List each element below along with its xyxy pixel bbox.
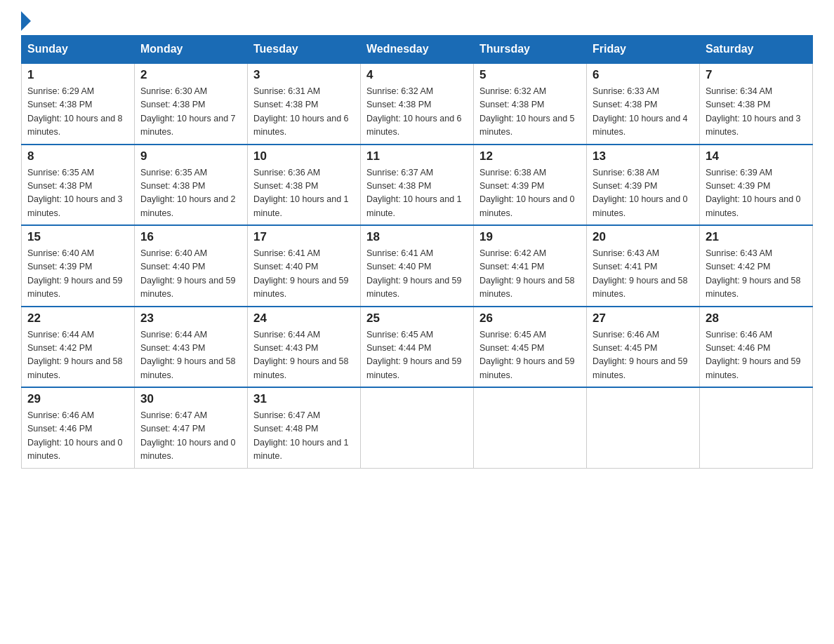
calendar-cell: 10Sunrise: 6:36 AMSunset: 4:38 PMDayligh… xyxy=(248,145,361,226)
calendar-cell: 2Sunrise: 6:30 AMSunset: 4:38 PMDaylight… xyxy=(135,63,248,145)
day-info: Sunrise: 6:39 AMSunset: 4:39 PMDaylight:… xyxy=(706,166,807,221)
day-info: Sunrise: 6:40 AMSunset: 4:40 PMDaylight:… xyxy=(140,247,241,302)
calendar-cell: 9Sunrise: 6:35 AMSunset: 4:38 PMDaylight… xyxy=(135,145,248,226)
weekday-header-friday: Friday xyxy=(587,36,700,64)
day-info: Sunrise: 6:40 AMSunset: 4:39 PMDaylight:… xyxy=(27,247,128,302)
day-info: Sunrise: 6:38 AMSunset: 4:39 PMDaylight:… xyxy=(593,166,694,221)
calendar-cell xyxy=(700,387,813,468)
day-number: 13 xyxy=(593,149,694,163)
calendar-cell: 18Sunrise: 6:41 AMSunset: 4:40 PMDayligh… xyxy=(361,225,474,307)
calendar-cell: 22Sunrise: 6:44 AMSunset: 4:42 PMDayligh… xyxy=(22,307,135,388)
calendar-cell: 13Sunrise: 6:38 AMSunset: 4:39 PMDayligh… xyxy=(587,145,700,226)
day-number: 16 xyxy=(140,230,241,244)
calendar-cell: 19Sunrise: 6:42 AMSunset: 4:41 PMDayligh… xyxy=(474,225,587,307)
day-info: Sunrise: 6:47 AMSunset: 4:48 PMDaylight:… xyxy=(253,409,355,464)
day-number: 20 xyxy=(593,230,694,244)
day-info: Sunrise: 6:38 AMSunset: 4:39 PMDaylight:… xyxy=(479,166,581,221)
day-number: 15 xyxy=(27,230,128,244)
day-number: 5 xyxy=(479,68,581,82)
calendar-week-row: 22Sunrise: 6:44 AMSunset: 4:42 PMDayligh… xyxy=(22,307,813,388)
logo-triangle-icon xyxy=(21,11,31,31)
calendar-cell: 7Sunrise: 6:34 AMSunset: 4:38 PMDaylight… xyxy=(700,63,813,145)
calendar-cell: 30Sunrise: 6:47 AMSunset: 4:47 PMDayligh… xyxy=(135,387,248,468)
day-number: 28 xyxy=(706,311,807,326)
day-info: Sunrise: 6:45 AMSunset: 4:44 PMDaylight:… xyxy=(366,328,468,383)
logo xyxy=(21,14,31,28)
calendar-cell: 5Sunrise: 6:32 AMSunset: 4:38 PMDaylight… xyxy=(474,63,587,145)
calendar-cell: 15Sunrise: 6:40 AMSunset: 4:39 PMDayligh… xyxy=(22,225,135,307)
calendar-cell xyxy=(361,387,474,468)
day-number: 19 xyxy=(479,230,581,244)
day-number: 31 xyxy=(253,392,355,406)
calendar-cell: 3Sunrise: 6:31 AMSunset: 4:38 PMDaylight… xyxy=(248,63,361,145)
day-number: 22 xyxy=(27,311,128,326)
calendar-cell: 14Sunrise: 6:39 AMSunset: 4:39 PMDayligh… xyxy=(700,145,813,226)
calendar-cell: 31Sunrise: 6:47 AMSunset: 4:48 PMDayligh… xyxy=(248,387,361,468)
calendar-week-row: 1Sunrise: 6:29 AMSunset: 4:38 PMDaylight… xyxy=(22,63,813,145)
calendar-week-row: 8Sunrise: 6:35 AMSunset: 4:38 PMDaylight… xyxy=(22,145,813,226)
day-info: Sunrise: 6:33 AMSunset: 4:38 PMDaylight:… xyxy=(593,85,694,140)
calendar-cell: 29Sunrise: 6:46 AMSunset: 4:46 PMDayligh… xyxy=(22,387,135,468)
calendar-cell: 20Sunrise: 6:43 AMSunset: 4:41 PMDayligh… xyxy=(587,225,700,307)
calendar-cell xyxy=(587,387,700,468)
calendar-cell: 11Sunrise: 6:37 AMSunset: 4:38 PMDayligh… xyxy=(361,145,474,226)
day-number: 26 xyxy=(479,311,581,326)
day-number: 23 xyxy=(140,311,241,326)
day-info: Sunrise: 6:37 AMSunset: 4:38 PMDaylight:… xyxy=(366,166,468,221)
day-number: 2 xyxy=(140,68,241,82)
page-header xyxy=(21,14,813,28)
day-number: 21 xyxy=(706,230,807,244)
weekday-header-row: SundayMondayTuesdayWednesdayThursdayFrid… xyxy=(22,36,813,64)
day-number: 14 xyxy=(706,149,807,163)
calendar-cell: 16Sunrise: 6:40 AMSunset: 4:40 PMDayligh… xyxy=(135,225,248,307)
calendar-cell: 8Sunrise: 6:35 AMSunset: 4:38 PMDaylight… xyxy=(22,145,135,226)
weekday-header-monday: Monday xyxy=(135,36,248,64)
day-info: Sunrise: 6:44 AMSunset: 4:43 PMDaylight:… xyxy=(140,328,241,383)
day-info: Sunrise: 6:46 AMSunset: 4:45 PMDaylight:… xyxy=(593,328,694,383)
day-number: 6 xyxy=(593,68,694,82)
calendar-cell: 24Sunrise: 6:44 AMSunset: 4:43 PMDayligh… xyxy=(248,307,361,388)
day-info: Sunrise: 6:32 AMSunset: 4:38 PMDaylight:… xyxy=(366,85,468,140)
day-number: 27 xyxy=(593,311,694,326)
day-number: 25 xyxy=(366,311,468,326)
day-number: 29 xyxy=(27,392,128,406)
weekday-header-thursday: Thursday xyxy=(474,36,587,64)
day-number: 10 xyxy=(253,149,355,163)
day-info: Sunrise: 6:45 AMSunset: 4:45 PMDaylight:… xyxy=(479,328,581,383)
calendar-cell: 1Sunrise: 6:29 AMSunset: 4:38 PMDaylight… xyxy=(22,63,135,145)
calendar-cell: 6Sunrise: 6:33 AMSunset: 4:38 PMDaylight… xyxy=(587,63,700,145)
day-info: Sunrise: 6:34 AMSunset: 4:38 PMDaylight:… xyxy=(706,85,807,140)
calendar-cell: 17Sunrise: 6:41 AMSunset: 4:40 PMDayligh… xyxy=(248,225,361,307)
day-info: Sunrise: 6:44 AMSunset: 4:43 PMDaylight:… xyxy=(253,328,355,383)
weekday-header-tuesday: Tuesday xyxy=(248,36,361,64)
day-info: Sunrise: 6:41 AMSunset: 4:40 PMDaylight:… xyxy=(366,247,468,302)
weekday-header-wednesday: Wednesday xyxy=(361,36,474,64)
day-info: Sunrise: 6:31 AMSunset: 4:38 PMDaylight:… xyxy=(253,85,355,140)
calendar-cell xyxy=(474,387,587,468)
day-info: Sunrise: 6:29 AMSunset: 4:38 PMDaylight:… xyxy=(27,85,128,140)
day-info: Sunrise: 6:46 AMSunset: 4:46 PMDaylight:… xyxy=(27,409,128,464)
calendar-cell: 4Sunrise: 6:32 AMSunset: 4:38 PMDaylight… xyxy=(361,63,474,145)
day-info: Sunrise: 6:43 AMSunset: 4:41 PMDaylight:… xyxy=(593,247,694,302)
day-info: Sunrise: 6:43 AMSunset: 4:42 PMDaylight:… xyxy=(706,247,807,302)
calendar-table: SundayMondayTuesdayWednesdayThursdayFrid… xyxy=(21,35,813,469)
calendar-cell: 26Sunrise: 6:45 AMSunset: 4:45 PMDayligh… xyxy=(474,307,587,388)
day-number: 30 xyxy=(140,392,241,406)
day-number: 17 xyxy=(253,230,355,244)
calendar-week-row: 15Sunrise: 6:40 AMSunset: 4:39 PMDayligh… xyxy=(22,225,813,307)
day-info: Sunrise: 6:46 AMSunset: 4:46 PMDaylight:… xyxy=(706,328,807,383)
day-number: 1 xyxy=(27,68,128,82)
calendar-cell: 27Sunrise: 6:46 AMSunset: 4:45 PMDayligh… xyxy=(587,307,700,388)
day-number: 7 xyxy=(706,68,807,82)
day-info: Sunrise: 6:44 AMSunset: 4:42 PMDaylight:… xyxy=(27,328,128,383)
calendar-cell: 12Sunrise: 6:38 AMSunset: 4:39 PMDayligh… xyxy=(474,145,587,226)
weekday-header-saturday: Saturday xyxy=(700,36,813,64)
day-info: Sunrise: 6:47 AMSunset: 4:47 PMDaylight:… xyxy=(140,409,241,464)
day-number: 12 xyxy=(479,149,581,163)
day-info: Sunrise: 6:35 AMSunset: 4:38 PMDaylight:… xyxy=(140,166,241,221)
calendar-cell: 28Sunrise: 6:46 AMSunset: 4:46 PMDayligh… xyxy=(700,307,813,388)
day-number: 9 xyxy=(140,149,241,163)
day-info: Sunrise: 6:30 AMSunset: 4:38 PMDaylight:… xyxy=(140,85,241,140)
day-number: 4 xyxy=(366,68,468,82)
day-number: 3 xyxy=(253,68,355,82)
